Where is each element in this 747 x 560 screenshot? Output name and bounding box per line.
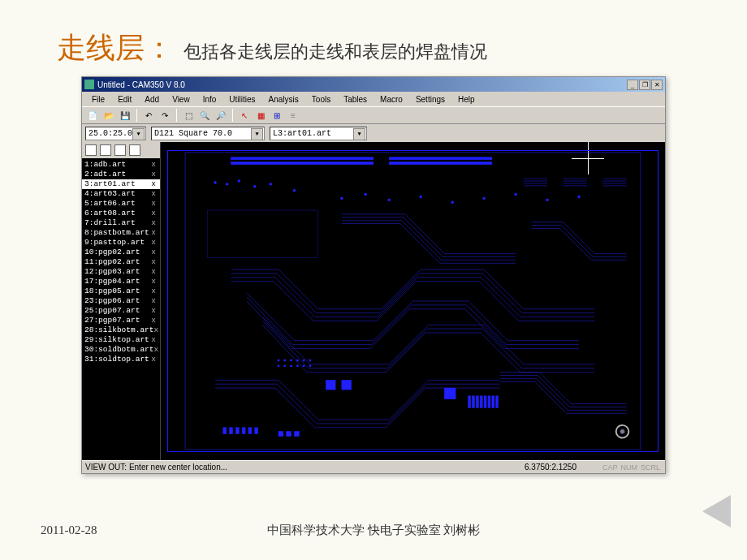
layer-item[interactable]: 2:adt.artx [82, 170, 160, 179]
panel-icon-3[interactable] [114, 144, 126, 156]
svg-rect-45 [230, 428, 233, 434]
svg-point-62 [284, 365, 286, 367]
menu-settings[interactable]: Settings [409, 93, 451, 106]
svg-point-58 [296, 360, 298, 361]
snap-button[interactable]: ⊞ [270, 108, 284, 123]
svg-point-57 [290, 360, 291, 361]
layer-item[interactable]: 1:adb.artx [82, 160, 160, 170]
svg-rect-38 [476, 396, 478, 408]
svg-rect-41 [488, 396, 490, 408]
panel-icon-4[interactable] [129, 144, 140, 156]
svg-point-13 [388, 199, 391, 201]
svg-rect-34 [342, 380, 352, 390]
svg-rect-39 [480, 396, 482, 408]
svg-point-55 [278, 360, 279, 361]
layer-item[interactable]: 9:pasttop.artx [82, 238, 160, 248]
menu-tables[interactable]: Tables [337, 93, 374, 106]
svg-rect-52 [294, 432, 299, 437]
footer-date: 2011-02-28 [0, 523, 97, 537]
cursor-button[interactable]: ↖ [237, 108, 252, 123]
svg-rect-40 [484, 396, 486, 408]
svg-rect-35 [444, 388, 456, 399]
pcb-svg [168, 151, 658, 451]
layer-item[interactable]: 5:art06.artx [82, 199, 160, 209]
prev-arrow-icon[interactable] [702, 495, 731, 528]
svg-rect-32 [207, 210, 317, 257]
layer-item[interactable]: 29:silktop.artx [82, 335, 160, 345]
svg-point-60 [309, 360, 311, 361]
zoom-window-button[interactable]: ⬚ [181, 108, 196, 123]
layer-combo[interactable]: L3:art01.art [270, 127, 367, 140]
panel-icon-2[interactable] [100, 144, 111, 156]
svg-rect-47 [242, 428, 245, 434]
close-button[interactable]: ✕ [651, 80, 663, 90]
zoom-out-button[interactable]: 🔎 [214, 108, 228, 123]
layer-item[interactable]: 8:pastbotm.artx [82, 228, 160, 238]
svg-rect-2 [231, 162, 374, 165]
svg-rect-44 [223, 428, 227, 434]
svg-rect-51 [287, 432, 291, 437]
maximize-button[interactable]: ❐ [639, 80, 650, 90]
slide-footer: 2011-02-28 中国科学技术大学 快电子实验室 刘树彬 [0, 523, 747, 537]
menu-file[interactable]: File [85, 93, 111, 106]
layer-item[interactable]: 6:art08.artx [82, 209, 160, 218]
layer-item[interactable]: 17:pgp04.artx [82, 277, 160, 286]
layer-item[interactable]: 12:pgp03.artx [82, 267, 160, 277]
layer-item[interactable]: 4:art03.artx [82, 189, 160, 199]
pcb-canvas[interactable] [161, 142, 665, 460]
status-scrl: SCRL [639, 463, 662, 472]
coord-combo[interactable]: 25.0:25.0 [85, 127, 146, 140]
svg-point-15 [451, 201, 454, 204]
layer-item[interactable]: 18:pgp05.artx [82, 286, 160, 296]
redo-button[interactable]: ↷ [158, 108, 172, 123]
layer-item[interactable]: 23:pgp06.artx [82, 296, 160, 306]
minimize-button[interactable]: _ [627, 80, 638, 90]
statusbar: VIEW OUT: Enter new center location... 6… [82, 460, 665, 473]
dcode-combo[interactable]: D121 Square 70.0 [151, 127, 265, 140]
panel-icon-1[interactable] [85, 144, 97, 156]
svg-rect-33 [326, 380, 335, 390]
svg-rect-36 [468, 396, 471, 408]
layer-item[interactable]: 27:pgp07.artx [82, 316, 160, 325]
layer-item[interactable]: 7:drill.artx [82, 218, 160, 228]
svg-point-10 [293, 189, 296, 192]
svg-rect-48 [248, 428, 252, 434]
layer-item[interactable]: 10:pgp02.artx [82, 248, 160, 257]
open-button[interactable]: 📂 [101, 108, 116, 123]
svg-point-11 [340, 197, 343, 200]
menu-tools[interactable]: Tools [305, 93, 337, 106]
menu-add[interactable]: Add [138, 93, 166, 106]
layer-item[interactable]: 25:pgp07.artx [82, 306, 160, 316]
svg-point-9 [270, 183, 272, 185]
layer-panel: 1:adb.artx2:adt.artx3:art01.artx4:art03.… [82, 142, 161, 460]
menu-edit[interactable]: Edit [111, 93, 138, 106]
menu-macro[interactable]: Macro [374, 93, 409, 106]
svg-rect-37 [473, 396, 475, 408]
grid-button[interactable]: ▦ [253, 108, 268, 123]
titlebar: Untitled - CAM350 V 8.0 _ ❐ ✕ [82, 77, 665, 92]
new-button[interactable]: 📄 [85, 108, 100, 123]
menu-help[interactable]: Help [451, 93, 481, 106]
footer-org: 中国科学技术大学 快电子实验室 刘树彬 [267, 523, 481, 538]
svg-point-14 [420, 196, 422, 198]
pcb-board [167, 150, 658, 452]
menu-analysis[interactable]: Analysis [262, 93, 305, 106]
svg-rect-42 [492, 396, 494, 408]
menu-utilities[interactable]: Utilities [222, 93, 261, 106]
layer-item[interactable]: 31:soldtop.artx [82, 355, 160, 364]
layer-item[interactable]: 30:soldbotm.artx [82, 345, 160, 355]
layer-item[interactable]: 28:silkbotm.artx [82, 325, 160, 335]
layer-button[interactable]: ≡ [286, 108, 300, 123]
save-button[interactable]: 💾 [118, 108, 132, 123]
undo-button[interactable]: ↶ [141, 108, 156, 123]
svg-point-17 [515, 193, 517, 196]
status-num: NUM [619, 463, 639, 472]
layer-item[interactable]: 3:art01.artx [82, 179, 160, 189]
svg-point-19 [578, 196, 581, 198]
layer-item[interactable]: 11:pgp02.artx [82, 257, 160, 267]
zoom-in-button[interactable]: 🔍 [197, 108, 212, 123]
menu-info[interactable]: Info [196, 93, 223, 106]
menu-view[interactable]: View [166, 93, 196, 106]
status-cap: CAP [601, 463, 620, 472]
slide-title-sub: 包括各走线层的走线和表层的焊盘情况 [184, 41, 487, 62]
